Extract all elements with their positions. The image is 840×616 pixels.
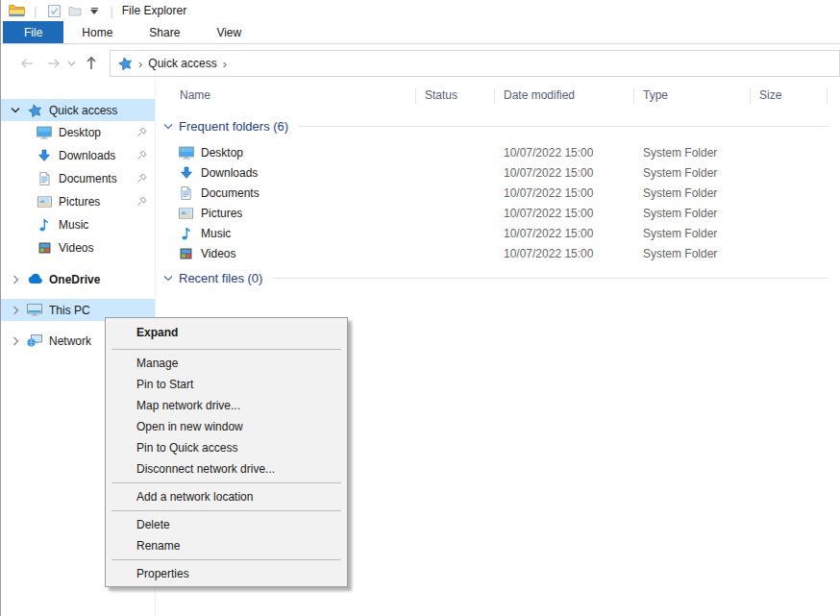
file-row-desktop[interactable]: Desktop 10/07/2022 15:00 System Folder <box>156 142 840 162</box>
pin-icon <box>136 173 147 184</box>
file-row-documents[interactable]: Documents 10/07/2022 15:00 System Folder <box>156 183 840 203</box>
context-menu-item-add-network-location[interactable]: Add a network location <box>106 486 347 507</box>
title-bar: | | File Explorer <box>1 0 840 21</box>
file-name: Documents <box>201 186 259 200</box>
column-divider[interactable] <box>494 88 495 104</box>
breadcrumb-chevron-icon[interactable]: › <box>223 57 227 71</box>
sidebar-item-onedrive[interactable]: OneDrive <box>1 268 155 290</box>
breadcrumb-chevron-icon: › <box>138 57 142 71</box>
sidebar-item-music[interactable]: Music <box>1 213 155 235</box>
sidebar-item-label: Documents <box>59 172 117 185</box>
properties-icon[interactable] <box>45 2 62 19</box>
onedrive-icon <box>26 274 43 284</box>
column-divider[interactable] <box>415 88 416 104</box>
context-menu-item-rename[interactable]: Rename <box>106 535 347 556</box>
pictures-icon <box>36 196 53 208</box>
column-divider[interactable] <box>827 88 828 104</box>
tab-share[interactable]: Share <box>131 21 198 43</box>
context-menu-item-delete[interactable]: Delete <box>106 514 347 535</box>
new-folder-icon[interactable] <box>66 2 84 19</box>
group-header-frequent-folders[interactable]: Frequent folders (6) <box>163 117 828 135</box>
sidebar-item-label: Downloads <box>59 149 115 162</box>
context-menu-item-manage[interactable]: Manage <box>106 353 347 374</box>
column-divider[interactable] <box>750 88 751 104</box>
file-row-downloads[interactable]: Downloads 10/07/2022 15:00 System Folder <box>156 162 840 183</box>
file-type: System Folder <box>643 227 717 240</box>
context-menu-item-properties[interactable]: Properties <box>106 563 347 584</box>
qat-dropdown-icon[interactable] <box>87 8 101 14</box>
videos-icon <box>36 242 53 254</box>
context-menu-item-pin-to-start[interactable]: Pin to Start <box>106 374 347 395</box>
file-name: Videos <box>201 247 235 260</box>
this-pc-icon <box>26 304 43 316</box>
file-type: System Folder <box>643 166 717 180</box>
up-icon[interactable] <box>81 53 102 74</box>
music-icon <box>36 218 53 232</box>
desktop-icon <box>178 146 194 160</box>
chevron-down-icon[interactable] <box>10 106 21 114</box>
sidebar-item-documents[interactable]: Documents <box>1 167 155 189</box>
file-date-modified: 10/07/2022 15:00 <box>504 207 593 220</box>
file-name: Downloads <box>201 166 258 180</box>
pin-icon <box>136 127 147 137</box>
chevron-right-icon[interactable] <box>10 275 21 284</box>
tab-home[interactable]: Home <box>63 21 131 43</box>
pin-icon <box>136 196 147 207</box>
file-row-videos[interactable]: Videos 10/07/2022 15:00 System Folder <box>156 243 840 263</box>
file-name: Pictures <box>201 207 242 220</box>
forward-icon[interactable] <box>43 53 64 74</box>
sidebar-item-label: Pictures <box>59 195 100 209</box>
ribbon-tab-bar: File Home Share View <box>1 21 840 44</box>
context-menu-item-expand[interactable]: Expand <box>106 320 347 346</box>
back-icon[interactable] <box>16 53 37 74</box>
column-header-type[interactable]: Type <box>643 88 668 102</box>
chevron-right-icon[interactable] <box>10 336 21 346</box>
context-menu-item-map-network-drive[interactable]: Map network drive... <box>106 395 347 416</box>
sidebar-item-label: Network <box>49 334 91 348</box>
sidebar-item-videos[interactable]: Videos <box>1 236 155 259</box>
navigation-bar: › Quick access › <box>1 44 840 81</box>
context-menu-item-pin-to-quick-access[interactable]: Pin to Quick access <box>106 437 347 458</box>
menu-separator <box>111 510 341 511</box>
chevron-down-icon <box>163 122 173 131</box>
network-icon <box>26 334 43 347</box>
chevron-right-icon[interactable] <box>10 306 21 315</box>
context-menu-item-open-in-new-window[interactable]: Open in new window <box>106 416 347 437</box>
file-row-music[interactable]: Music 10/07/2022 15:00 System Folder <box>156 223 840 243</box>
column-header-status[interactable]: Status <box>425 88 457 102</box>
quick-access-star-icon <box>25 102 45 118</box>
quick-access-star-icon <box>117 56 135 72</box>
sidebar-item-desktop[interactable]: Desktop <box>1 121 155 143</box>
pictures-icon <box>178 208 194 219</box>
downloads-icon <box>36 149 53 162</box>
breadcrumb-location[interactable]: Quick access <box>148 57 216 70</box>
recent-locations-icon[interactable] <box>64 53 78 74</box>
column-divider[interactable] <box>633 88 634 104</box>
file-date-modified: 10/07/2022 15:00 <box>504 186 593 200</box>
column-header-date-modified[interactable]: Date modified <box>504 88 575 102</box>
tab-view[interactable]: View <box>198 21 259 43</box>
column-header-size[interactable]: Size <box>759 88 781 102</box>
videos-icon <box>178 248 194 259</box>
column-header-name[interactable]: Name <box>180 88 210 102</box>
group-header-label: Frequent folders (6) <box>179 119 288 134</box>
address-bar[interactable]: › Quick access › <box>110 50 840 77</box>
sidebar-item-label: OneDrive <box>49 273 100 286</box>
sidebar-item-quick-access[interactable]: Quick access <box>1 99 155 121</box>
sidebar-item-downloads[interactable]: Downloads <box>1 144 155 166</box>
menu-separator <box>111 349 341 350</box>
music-icon <box>178 227 194 240</box>
group-header-recent-files[interactable]: Recent files (0) <box>163 269 828 286</box>
sidebar-item-pictures[interactable]: Pictures <box>1 190 155 212</box>
window-title: File Explorer <box>122 4 186 17</box>
file-row-pictures[interactable]: Pictures 10/07/2022 15:00 System Folder <box>156 203 840 223</box>
file-date-modified: 10/07/2022 15:00 <box>504 247 593 260</box>
file-type: System Folder <box>643 146 717 160</box>
file-type: System Folder <box>643 247 717 260</box>
context-menu-item-disconnect-network-drive[interactable]: Disconnect network drive... <box>106 458 347 480</box>
tab-file[interactable]: File <box>3 21 63 43</box>
sidebar-item-label: Desktop <box>59 126 101 139</box>
file-date-modified: 10/07/2022 15:00 <box>504 166 593 180</box>
sidebar-item-label: Music <box>59 218 88 232</box>
context-menu: Expand Manage Pin to Start Map network d… <box>105 317 348 587</box>
